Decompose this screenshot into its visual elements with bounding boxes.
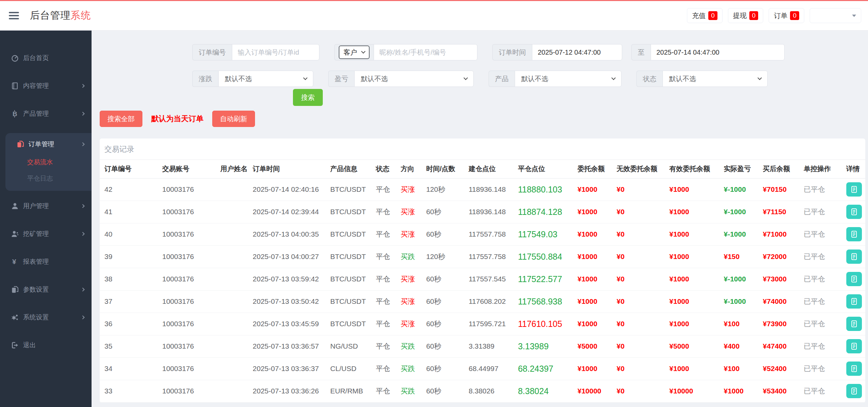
detail-button[interactable] (846, 182, 862, 197)
cell-entrust-balance: ¥1000 (573, 357, 612, 380)
cell-close-point: 118880.103 (513, 178, 573, 201)
column-header: 单控操作 (799, 160, 841, 178)
sidebar-item-parameters[interactable]: 参数设置 (0, 281, 92, 298)
detail-button[interactable] (846, 294, 862, 309)
order-no-input[interactable] (232, 44, 319, 60)
detail-document-icon (850, 185, 858, 193)
cell-detail (842, 223, 865, 245)
sidebar-active-group: 订单管理 交易流水 平仓日志 (5, 133, 92, 191)
cell-open-point: 117557.758 (464, 223, 513, 245)
cell-order-time: 2025-07-13 03:36:37 (248, 357, 326, 380)
cell-profit: ¥1000 (719, 380, 758, 402)
cell-invalid-entrust: ¥0 (612, 335, 665, 357)
cell-control-status: 已平仓 (799, 380, 841, 402)
table-row: 33 10003176 2025-07-13 03:36:26 EUR/RMB … (100, 380, 865, 402)
status-select[interactable]: 默认不选 (663, 71, 768, 87)
table-row: 37 10003176 2025-07-13 03:50:42 BTC/USDT… (100, 290, 865, 313)
auto-refresh-button[interactable]: 自动刷新 (212, 111, 255, 127)
order-time-to-input[interactable] (651, 44, 785, 60)
sidebar-item-products[interactable]: B 产品管理 (0, 105, 92, 122)
status-group: 状态 默认不选 (636, 71, 768, 87)
cell-order-time: 2025-07-14 02:39:44 (248, 201, 326, 223)
cell-order-id: 33 (100, 380, 158, 402)
search-button[interactable]: 搜索 (293, 89, 323, 106)
cell-valid-entrust: ¥1000 (665, 245, 719, 268)
order-stat-button[interactable]: 订单 0 (769, 8, 804, 23)
cell-profit: ¥100 (719, 357, 758, 380)
cell-product: BTC/USDT (326, 313, 371, 335)
customer-input[interactable] (374, 44, 477, 60)
cell-order-id: 42 (100, 178, 158, 201)
cell-account: 10003176 (158, 245, 216, 268)
search-all-button[interactable]: 搜索全部 (100, 111, 142, 127)
cell-duration: 60秒 (421, 201, 464, 223)
cell-order-id: 39 (100, 245, 158, 268)
profit-label: 盈亏 (328, 71, 354, 87)
cell-balance-after: ¥70150 (758, 178, 799, 201)
cell-close-point: 68.24397 (513, 357, 573, 380)
cell-direction: 买跌 (396, 380, 421, 402)
sidebar-item-logout[interactable]: 退出 (0, 337, 92, 354)
cell-user-name (216, 357, 248, 380)
withdraw-stat-button[interactable]: 提现 0 (728, 8, 764, 23)
hamburger-menu-icon[interactable] (9, 10, 19, 21)
sidebar-item-system[interactable]: 系统设置 (0, 309, 92, 326)
cell-detail (842, 178, 865, 201)
cell-open-point: 117595.721 (464, 313, 513, 335)
cell-order-time: 2025-07-14 02:40:16 (248, 178, 326, 201)
detail-button[interactable] (846, 249, 862, 264)
cell-order-id: 37 (100, 290, 158, 313)
cell-entrust-balance: ¥10000 (573, 380, 612, 402)
order-time-from-input[interactable] (532, 44, 622, 60)
product-label: 产品 (489, 71, 515, 87)
sidebar-item-users[interactable]: 用户管理 (0, 198, 92, 215)
order-time-label: 订单时间 (492, 44, 532, 60)
product-select[interactable]: 默认不选 (515, 71, 622, 87)
cell-order-time: 2025-07-13 03:59:42 (248, 268, 326, 290)
status-label: 状态 (636, 71, 663, 87)
cell-control-status: 已平仓 (799, 178, 841, 201)
detail-button[interactable] (846, 339, 862, 353)
cell-product: NG/USD (326, 335, 371, 357)
user-dropdown[interactable] (810, 8, 861, 23)
cell-duration: 60秒 (421, 357, 464, 380)
cell-direction: 买涨 (396, 313, 421, 335)
detail-button[interactable] (846, 362, 862, 376)
detail-button[interactable] (846, 227, 862, 241)
profit-group: 盈亏 默认不选 (328, 71, 474, 87)
trade-table-header-row: 订单编号交易账号用户姓名订单时间产品信息状态方向时间/点数建仓点位平仓点位委托余… (100, 160, 865, 178)
page-title: 后台管理系统 (30, 9, 91, 22)
sidebar-item-dashboard[interactable]: 后台首页 (0, 50, 92, 67)
sidebar-item-orders[interactable]: 订单管理 (5, 136, 92, 153)
cell-detail (842, 290, 865, 313)
profit-select[interactable]: 默认不选 (354, 71, 474, 87)
cell-status: 平仓 (371, 313, 396, 335)
cell-user-name (216, 201, 248, 223)
sidebar-item-mining[interactable]: 挖矿管理 (0, 225, 92, 242)
order-count-badge: 0 (790, 11, 799, 20)
cell-balance-after: ¥47400 (758, 335, 799, 357)
detail-button[interactable] (846, 317, 862, 331)
detail-button[interactable] (846, 384, 862, 398)
customer-type-select[interactable]: 客户 (339, 45, 370, 59)
cell-product: EUR/RMB (326, 380, 371, 402)
cell-duration: 60秒 (421, 335, 464, 357)
cell-invalid-entrust: ¥0 (612, 290, 665, 313)
detail-button[interactable] (846, 272, 862, 286)
sidebar-item-content[interactable]: 内容管理 (0, 77, 92, 94)
recharge-stat-button[interactable]: 充值 0 (687, 8, 723, 23)
cell-open-point: 8.38026 (464, 380, 513, 402)
detail-button[interactable] (846, 205, 862, 219)
updown-select[interactable]: 默认不选 (218, 71, 313, 87)
page-title-dark: 后台管理 (30, 10, 71, 21)
cell-product: CL/USD (326, 357, 371, 380)
cell-invalid-entrust: ¥0 (612, 357, 665, 380)
chevron-right-icon (81, 204, 84, 208)
cell-profit: ¥-1000 (719, 201, 758, 223)
customer-group: 客户 (334, 44, 477, 60)
cell-status: 平仓 (371, 245, 396, 268)
sidebar-subitem-trade-flow[interactable]: 交易流水 (5, 154, 92, 170)
sidebar-subitem-close-log[interactable]: 平仓日志 (5, 170, 92, 187)
sidebar-item-reports[interactable]: ¥ 报表管理 (0, 253, 92, 270)
order-no-group: 订单编号 (192, 44, 319, 60)
